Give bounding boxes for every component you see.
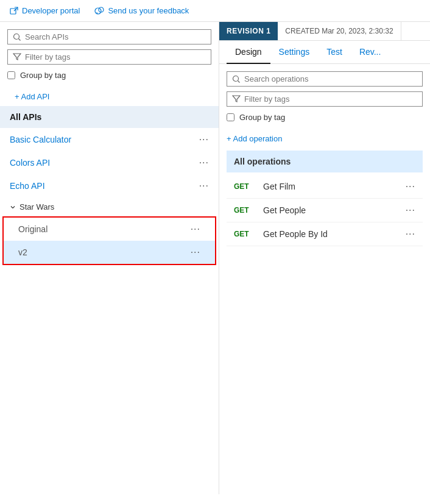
tab-test-label: Test: [326, 47, 342, 57]
add-operation-button[interactable]: + Add operation: [227, 132, 423, 146]
search-operations-box: [227, 71, 423, 87]
operation-dots-get-people[interactable]: ···: [406, 205, 415, 216]
tab-rev[interactable]: Rev...: [351, 41, 390, 64]
tab-settings-label: Settings: [279, 47, 310, 57]
filter-tags-box: [7, 49, 211, 65]
operation-item-get-people[interactable]: GET Get People ···: [227, 199, 423, 222]
api-item-basic-calculator[interactable]: Basic Calculator ···: [0, 128, 219, 151]
method-get-film: GET: [234, 182, 256, 191]
right-panel: REVISION 1 CREATED Mar 20, 2023, 2:30:32…: [219, 22, 430, 494]
sub-item-v2[interactable]: v2 ···: [4, 241, 215, 264]
external-link-icon: [10, 7, 18, 15]
star-wars-sub-items: Original ··· v2 ···: [2, 216, 216, 265]
tab-test[interactable]: Test: [318, 41, 351, 64]
svg-point-3: [14, 34, 19, 39]
all-apis-item[interactable]: All APIs: [0, 106, 219, 128]
left-panel: Group by tag + Add API All APIs Basic Ca…: [0, 22, 219, 494]
api-list: All APIs Basic Calculator ··· Colors API…: [0, 106, 219, 494]
revision-created: CREATED Mar 20, 2023, 2:30:32: [278, 22, 401, 40]
ops-filter-icon: [232, 95, 241, 103]
top-bar: Developer portal Send us your feedback: [0, 0, 430, 22]
api-item-echo-api[interactable]: Echo API ···: [0, 174, 219, 197]
feedback-link[interactable]: Send us your feedback: [94, 6, 189, 15]
group-by-tag-checkbox[interactable]: [7, 71, 15, 79]
operation-name-get-film: Get Film: [263, 182, 398, 191]
api-item-colors-api[interactable]: Colors API ···: [0, 151, 219, 174]
developer-portal-label: Developer portal: [22, 6, 80, 15]
right-content: Group by tag + Add operation All operati…: [219, 64, 430, 494]
svg-point-4: [233, 76, 239, 81]
ops-filter-tags-box: [227, 91, 423, 107]
tabs-bar: Design Settings Test Rev...: [219, 41, 430, 64]
group-by-tag-container: Group by tag: [7, 71, 211, 80]
search-operations-input[interactable]: [244, 74, 417, 83]
star-wars-group-label: Star Wars: [19, 202, 54, 211]
sub-dots-v2[interactable]: ···: [191, 247, 200, 258]
api-dots-colors-api[interactable]: ···: [199, 157, 209, 168]
method-get-people-by-id: GET: [234, 230, 256, 238]
add-api-button[interactable]: + Add API: [7, 90, 211, 104]
add-operation-label: + Add operation: [227, 134, 282, 143]
sub-dots-original[interactable]: ···: [191, 224, 200, 235]
search-apis-input[interactable]: [25, 32, 206, 41]
operation-dots-get-film[interactable]: ···: [406, 181, 415, 192]
operation-item-get-film[interactable]: GET Get Film ···: [227, 175, 423, 199]
add-api-label: + Add API: [15, 92, 49, 101]
ops-group-by-tag-container: Group by tag: [227, 113, 423, 122]
revision-bar: REVISION 1 CREATED Mar 20, 2023, 2:30:32: [219, 22, 430, 41]
sub-name-original: Original: [18, 224, 48, 234]
method-get-people: GET: [234, 206, 256, 215]
main-layout: Group by tag + Add API All APIs Basic Ca…: [0, 22, 430, 494]
feedback-label: Send us your feedback: [108, 6, 189, 15]
all-operations-header: All operations: [227, 151, 423, 172]
sub-name-v2: v2: [18, 247, 27, 257]
ops-group-by-tag-checkbox[interactable]: [227, 113, 234, 121]
operation-dots-get-people-by-id[interactable]: ···: [406, 229, 415, 240]
api-name-echo-api: Echo API: [10, 181, 45, 191]
svg-rect-0: [10, 9, 16, 14]
search-apis-box: [7, 29, 211, 44]
tab-settings[interactable]: Settings: [270, 41, 319, 64]
filter-tags-input[interactable]: [25, 52, 206, 62]
tab-design[interactable]: Design: [227, 41, 270, 64]
all-operations-label: All operations: [234, 157, 291, 166]
api-name-colors-api: Colors API: [10, 158, 50, 168]
api-dots-echo-api[interactable]: ···: [199, 180, 209, 191]
operation-name-get-people-by-id: Get People By Id: [263, 229, 398, 239]
tab-rev-label: Rev...: [359, 47, 381, 57]
sub-item-original[interactable]: Original ···: [4, 218, 215, 241]
star-wars-group-header[interactable]: Star Wars: [0, 197, 219, 216]
all-apis-label: All APIs: [10, 112, 41, 122]
feedback-icon: [94, 7, 104, 15]
svg-point-1: [95, 8, 101, 14]
ops-filter-tags-input[interactable]: [244, 94, 417, 104]
developer-portal-link[interactable]: Developer portal: [10, 6, 80, 15]
revision-badge: REVISION 1: [219, 22, 278, 40]
chevron-down-icon: [10, 204, 16, 210]
tab-design-label: Design: [235, 47, 262, 57]
search-apis-icon: [13, 33, 21, 41]
operation-name-get-people: Get People: [263, 205, 398, 215]
search-operations-icon: [232, 75, 241, 83]
api-name-basic-calculator: Basic Calculator: [10, 135, 71, 144]
filter-icon: [13, 53, 21, 61]
api-dots-basic-calculator[interactable]: ···: [199, 134, 209, 145]
group-by-tag-label: Group by tag: [20, 71, 66, 80]
ops-group-by-tag-label: Group by tag: [239, 113, 285, 122]
operation-item-get-people-by-id[interactable]: GET Get People By Id ···: [227, 222, 423, 246]
